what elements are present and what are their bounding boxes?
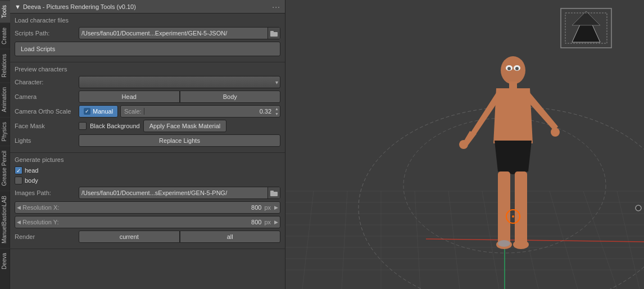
render-current-button[interactable]: current — [79, 231, 180, 243]
head-row: head — [15, 166, 280, 174]
body-checkbox[interactable] — [15, 177, 22, 184]
svg-rect-2 — [270, 192, 278, 196]
svg-point-43 — [516, 233, 525, 239]
svg-rect-1 — [270, 31, 274, 33]
camera-ortho-label: Camera Ortho Scale — [15, 108, 76, 115]
sidebar-item-grease-pencil[interactable]: Grease Pencil — [0, 146, 10, 191]
scripts-path-label: Scripts Path: — [15, 30, 76, 37]
panel-options-icon[interactable]: ··· — [272, 2, 280, 11]
images-path-label: Images Path: — [15, 189, 76, 196]
character-select[interactable] — [79, 76, 280, 88]
scripts-path-folder-button[interactable] — [267, 27, 280, 39]
folder-icon-2 — [270, 190, 278, 196]
images-path-folder-button[interactable] — [267, 187, 280, 199]
head-label: head — [25, 167, 38, 174]
black-bg-label: Black Background — [90, 123, 140, 129]
res-x-value: 800 — [61, 204, 262, 211]
res-y-right-arrow[interactable]: ▶ — [273, 219, 280, 225]
res-x-row: ◀ Resolution X: 800 px ▶ — [15, 201, 280, 214]
character-label: Character: — [15, 79, 76, 85]
svg-point-41 — [512, 215, 514, 218]
character-select-wrapper — [79, 76, 280, 88]
res-y-unit: px — [262, 219, 273, 225]
render-label: Render — [15, 233, 76, 240]
viewport[interactable]: User Persp — [285, 0, 644, 289]
camera-head-button[interactable]: Head — [79, 91, 180, 103]
images-path-field[interactable]: /Users/fanu01/Document...sExperiment/GEN… — [79, 187, 280, 199]
scripts-path-row: Scripts Path: /Users/fanu01/Document...E… — [15, 27, 280, 39]
res-x-label: Resolution X: — [22, 204, 61, 211]
render-all-button[interactable]: all — [180, 231, 281, 243]
res-y-value: 800 — [61, 219, 263, 225]
camera-row: Camera Head Body — [15, 91, 280, 103]
scale-field[interactable]: Scale: 0.32 ▲ ▼ — [120, 105, 280, 118]
svg-point-28 — [501, 56, 525, 84]
face-mask-controls: Black Background Apply Face Mask Materia… — [79, 120, 280, 132]
sidebar-item-create[interactable]: Create — [0, 22, 10, 49]
res-y-label: Resolution Y: — [22, 219, 61, 225]
svg-point-42 — [498, 240, 510, 247]
images-path-value: /Users/fanu01/Document...sExperiment/GEN… — [79, 188, 267, 197]
images-path-row: Images Path: /Users/fanu01/Document...sE… — [15, 187, 280, 199]
res-y-field[interactable]: ◀ Resolution Y: 800 px ▶ — [15, 216, 280, 228]
render-row: Render current all — [15, 231, 280, 243]
camera-label: Camera — [15, 93, 76, 100]
scripts-path-value: /Users/fanu01/Document...Experiment/GEN-… — [79, 29, 267, 38]
svg-rect-3 — [270, 191, 274, 192]
vertical-sidebar: Tools Create Relations Animation Physics… — [0, 0, 10, 289]
scale-value: 0.32 — [144, 108, 274, 115]
head-checkbox[interactable] — [15, 166, 22, 174]
res-x-left-arrow[interactable]: ◀ — [15, 205, 22, 210]
svg-rect-30 — [498, 171, 510, 245]
lights-label: Lights — [15, 137, 76, 144]
sidebar-item-deeva[interactable]: Deeva — [0, 248, 10, 274]
face-mask-checkbox[interactable] — [79, 122, 87, 130]
panel-collapse-icon[interactable]: ▼ — [15, 3, 21, 10]
folder-icon — [270, 30, 278, 37]
scale-up-icon[interactable]: ▲ — [275, 106, 279, 111]
scale-arrows[interactable]: ▲ ▼ — [274, 106, 280, 116]
svg-point-33 — [513, 240, 529, 249]
camera-ortho-row: Camera Ortho Scale ✓ Manual Scale: 0.32 … — [15, 105, 280, 118]
sidebar-item-manuellab[interactable]: ManuelBastionLAB — [0, 191, 10, 248]
section-preview: Preview characters Character: Camera Hea… — [10, 62, 285, 153]
svg-point-36 — [507, 67, 511, 70]
face-mask-row: Face Mask Black Background Apply Face Ma… — [15, 120, 280, 132]
load-scripts-button[interactable]: Load Scripts — [15, 42, 280, 56]
apply-face-mask-button[interactable]: Apply Face Mask Material — [143, 120, 227, 132]
body-row: body — [15, 177, 280, 184]
panel-header: ▼ Deeva - Pictures Rendering Tools (v0.1… — [10, 0, 285, 13]
camera-buttons: Head Body — [79, 91, 280, 103]
svg-point-37 — [515, 67, 519, 70]
res-y-left-arrow[interactable]: ◀ — [15, 219, 22, 225]
render-buttons: current all — [79, 231, 280, 243]
face-mask-label: Face Mask — [15, 123, 76, 129]
scale-down-icon[interactable]: ▼ — [275, 111, 279, 116]
scripts-path-field[interactable]: /Users/fanu01/Document...Experiment/GEN-… — [79, 27, 280, 39]
section-load: Load character files Scripts Path: /User… — [10, 13, 285, 62]
res-x-right-arrow[interactable]: ▶ — [273, 205, 280, 210]
svg-point-27 — [636, 205, 641, 211]
lights-row: Lights Replace Lights — [15, 134, 280, 147]
section-generate-title: Generate pictures — [15, 156, 280, 163]
section-preview-title: Preview characters — [15, 66, 280, 73]
scale-inner-label: Scale: — [121, 108, 144, 115]
panel-title-text: Deeva - Pictures Rendering Tools (v0.10) — [23, 3, 136, 10]
replace-lights-button[interactable]: Replace Lights — [79, 134, 280, 147]
sidebar-item-tools[interactable]: Tools — [0, 0, 10, 22]
svg-rect-29 — [509, 82, 517, 88]
res-y-row: ◀ Resolution Y: 800 px ▶ — [15, 216, 280, 228]
sidebar-item-physics[interactable]: Physics — [0, 117, 10, 146]
camera-body-button[interactable]: Body — [180, 91, 281, 103]
section-load-title: Load character files — [15, 17, 280, 24]
section-generate: Generate pictures head body Images Path:… — [10, 153, 285, 249]
manual-toggle[interactable]: ✓ Manual — [79, 105, 118, 118]
panel-title: ▼ Deeva - Pictures Rendering Tools (v0.1… — [15, 3, 136, 10]
manual-check-icon: ✓ — [84, 108, 90, 115]
res-x-field[interactable]: ◀ Resolution X: 800 px ▶ — [15, 201, 280, 214]
svg-point-39 — [551, 128, 560, 137]
res-x-unit: px — [262, 204, 273, 211]
sidebar-item-animation[interactable]: Animation — [0, 82, 10, 116]
svg-rect-0 — [270, 32, 278, 37]
sidebar-item-relations[interactable]: Relations — [0, 49, 10, 82]
